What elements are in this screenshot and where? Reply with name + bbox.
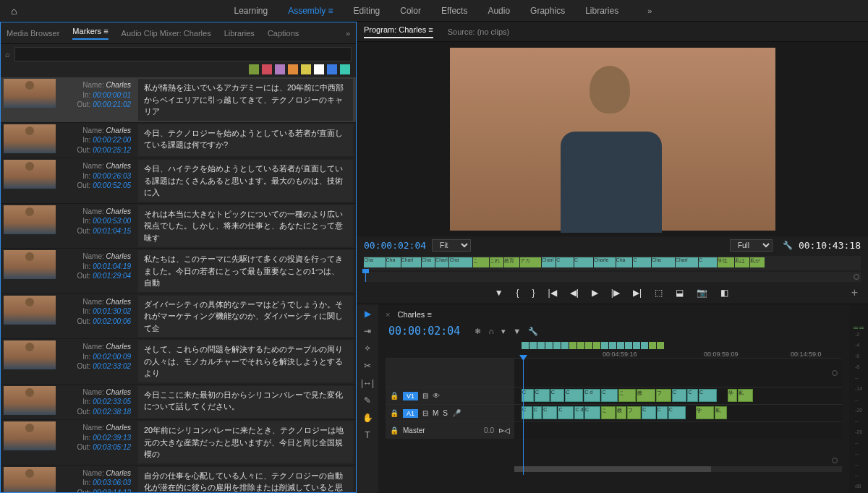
mini-clip[interactable]: Cha — [422, 257, 435, 267]
settings-icon[interactable]: 🔧 — [783, 241, 793, 250]
marker-row[interactable]: Name: Charles In: 00:00:22:00 Out: 00:00… — [1, 123, 356, 159]
type-tool-icon[interactable]: T — [365, 430, 370, 440]
timeline-clip[interactable]: C — [601, 389, 617, 402]
lift-icon[interactable]: ⬚ — [655, 288, 663, 298]
timeline-clip[interactable] — [686, 406, 696, 419]
tab-markers[interactable]: Markers ≡ — [72, 27, 108, 40]
timeline-clip[interactable]: C — [584, 406, 600, 419]
playhead-icon[interactable] — [365, 272, 366, 282]
marker-list[interactable]: Name: Charles In: 00:00:00:01 Out: 00:00… — [1, 77, 356, 492]
timeline-clip[interactable]: 教 — [616, 406, 626, 419]
mini-clip[interactable]: 私が — [750, 257, 765, 267]
lock-icon[interactable]: 🔒 — [390, 392, 399, 400]
timeline-clip[interactable]: フ — [627, 406, 641, 419]
sync-lock-icon[interactable]: ⊟ — [422, 392, 428, 400]
mini-clip[interactable]: Charl — [401, 257, 422, 267]
comparison-icon[interactable]: ◧ — [720, 288, 728, 298]
go-in-icon[interactable]: |◀ — [548, 288, 557, 298]
mark-in-icon[interactable]: ▼ — [495, 288, 503, 298]
marker-row[interactable]: Name: Charles In: 00:03:06:03 Out: 00:03… — [1, 466, 356, 493]
marker-row[interactable]: Name: Charles In: 00:02:33:05 Out: 00:02… — [1, 385, 356, 421]
timeline-timecode[interactable]: 00:00:02:04 — [388, 325, 460, 338]
tab-source[interactable]: Source: (no clips) — [448, 27, 510, 36]
mini-clip[interactable]: C — [574, 257, 593, 267]
mini-clip[interactable]: Cha — [616, 257, 633, 267]
timeline-clip[interactable]: こ — [618, 389, 637, 402]
program-timecode[interactable]: 00:00:02:04 — [364, 240, 426, 251]
voiceover-icon[interactable]: 🎤 — [452, 409, 461, 417]
ws-tab-libraries[interactable]: Libraries — [585, 6, 618, 16]
program-mini-timeline[interactable]: ChaChaCharlChaCharlChaここれ教育アカCharlCCChar… — [364, 256, 861, 270]
mini-clip[interactable]: C — [556, 257, 574, 267]
export-frame-icon[interactable]: 📷 — [697, 288, 707, 298]
ws-tab-effects[interactable]: Effects — [441, 6, 467, 16]
slip-tool-icon[interactable]: |↔| — [361, 378, 374, 388]
tab-libraries[interactable]: Libraries — [224, 29, 255, 38]
timeline-clip[interactable]: C d — [584, 389, 600, 402]
timeline-clip[interactable]: C — [558, 406, 574, 419]
step-back-icon[interactable]: ◀| — [570, 288, 579, 298]
ws-tab-graphics[interactable]: Graphics — [530, 6, 565, 16]
color-chip[interactable] — [262, 64, 272, 74]
track-a1-toggle[interactable]: A1 — [403, 409, 418, 418]
color-chip[interactable] — [301, 64, 311, 74]
sync-lock-icon[interactable]: ⊟ — [422, 409, 428, 417]
marker-row[interactable]: Name: Charles In: 00:02:00:09 Out: 00:02… — [1, 339, 356, 385]
mini-clip[interactable]: Charl — [542, 257, 556, 267]
mini-clip[interactable]: こ — [473, 257, 489, 267]
timeline-clip[interactable]: C — [550, 389, 565, 402]
color-chip[interactable] — [314, 64, 324, 74]
timeline-clip[interactable]: 学 — [696, 406, 714, 419]
timeline-clip[interactable]: C — [699, 389, 717, 402]
razor-tool-icon[interactable]: ✂ — [364, 361, 371, 371]
left-tabs-overflow-icon[interactable]: » — [346, 29, 350, 38]
timeline-clip[interactable]: フ — [656, 389, 671, 402]
button-editor-icon[interactable]: + — [851, 286, 858, 299]
mini-clip[interactable]: C — [633, 257, 650, 267]
tab-captions[interactable]: Captions — [268, 29, 299, 38]
home-icon[interactable]: ⌂ — [11, 5, 17, 17]
marker-row[interactable]: Name: Charles In: 00:01:04:19 Out: 00:01… — [1, 249, 356, 294]
mini-clip[interactable]: 教育 — [504, 257, 519, 267]
timeline-clip[interactable]: 学 — [728, 389, 737, 402]
color-chip[interactable] — [275, 64, 285, 74]
marker-row[interactable]: Name: Charles In: 00:02:39:13 Out: 00:03… — [1, 420, 356, 466]
timeline-clip[interactable]: C — [535, 389, 550, 402]
mini-clip[interactable]: Cha — [449, 257, 472, 267]
timeline-clip[interactable]: 私 — [715, 406, 727, 419]
timeline-clip[interactable]: C d — [574, 406, 584, 419]
play-icon[interactable]: ▶ — [592, 288, 598, 298]
lock-icon[interactable]: 🔒 — [390, 409, 399, 417]
mini-clip[interactable]: Cha — [364, 257, 386, 267]
resolution-select[interactable]: Full — [730, 239, 773, 252]
timeline-clip[interactable]: C — [668, 406, 686, 419]
snap-icon[interactable]: ❄ — [475, 327, 481, 336]
marker-cycle-icon[interactable]: ▼ — [513, 327, 521, 336]
mini-clip[interactable]: Cha — [652, 257, 675, 267]
ws-tab-assembly[interactable]: Assembly ≡ — [288, 6, 333, 16]
tab-program[interactable]: Program: Charles ≡ — [364, 25, 433, 38]
timeline-clip[interactable]: C — [533, 406, 542, 419]
timeline-clip[interactable]: C — [565, 389, 583, 402]
mini-clip[interactable]: Charle — [594, 257, 616, 267]
track-v1-toggle[interactable]: V1 — [403, 392, 418, 400]
mark-out-icon[interactable]: { — [516, 288, 519, 298]
workspace-overflow-icon[interactable]: » — [647, 7, 652, 15]
mini-clip[interactable]: C — [699, 257, 717, 267]
marker-row[interactable]: Name: Charles In: 00:00:00:01 Out: 00:00… — [1, 77, 356, 123]
tab-media-browser[interactable]: Media Browser — [7, 29, 59, 38]
mini-clip[interactable]: Charl — [435, 257, 448, 267]
mark-clip-icon[interactable]: } — [532, 288, 535, 298]
mini-clip[interactable]: アカ — [520, 257, 541, 267]
marker-row[interactable]: Name: Charles In: 00:00:26:03 Out: 00:00… — [1, 158, 356, 204]
solo-icon[interactable]: S — [443, 409, 448, 417]
timeline-clip[interactable]: C — [672, 389, 686, 402]
timeline-tracks[interactable]: 🔒 V1 ⊟ 👁 CCCCC dCこ教フCCC学私 🔒 A1 ⊟ M — [386, 358, 842, 475]
timeline-clip[interactable]: 教 — [637, 389, 655, 402]
go-out-icon[interactable]: ▶| — [633, 288, 642, 298]
marker-search-input[interactable] — [14, 47, 352, 61]
color-chip[interactable] — [249, 64, 259, 74]
wrench-icon[interactable]: 🔧 — [528, 327, 538, 336]
timeline-clip[interactable]: こ — [601, 406, 616, 419]
sequence-name[interactable]: Charles ≡ — [397, 310, 431, 319]
